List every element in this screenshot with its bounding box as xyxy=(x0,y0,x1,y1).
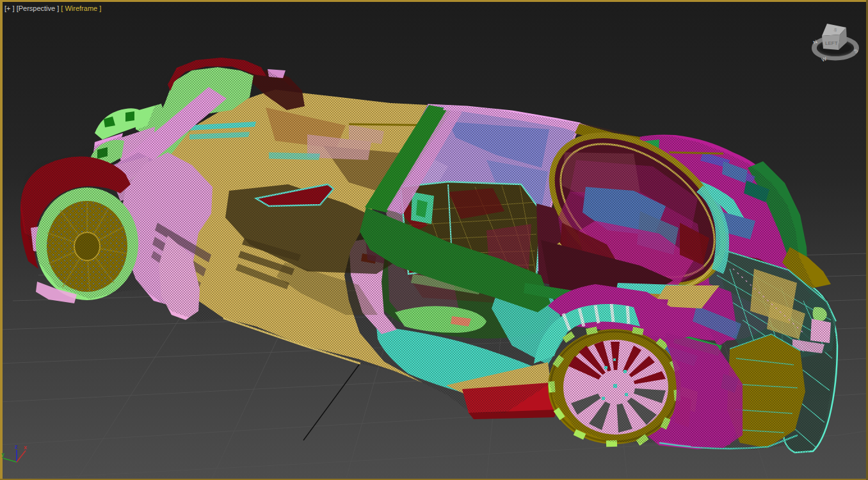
svg-text:y: y xyxy=(1,451,4,458)
svg-text:x: x xyxy=(24,444,27,451)
svg-text:[+ ] [Perspective ] [ Wirefram: [+ ] [Perspective ] [ Wireframe ] xyxy=(4,4,101,12)
svg-text:LEFT: LEFT xyxy=(825,40,838,46)
svg-text:z: z xyxy=(15,444,18,450)
